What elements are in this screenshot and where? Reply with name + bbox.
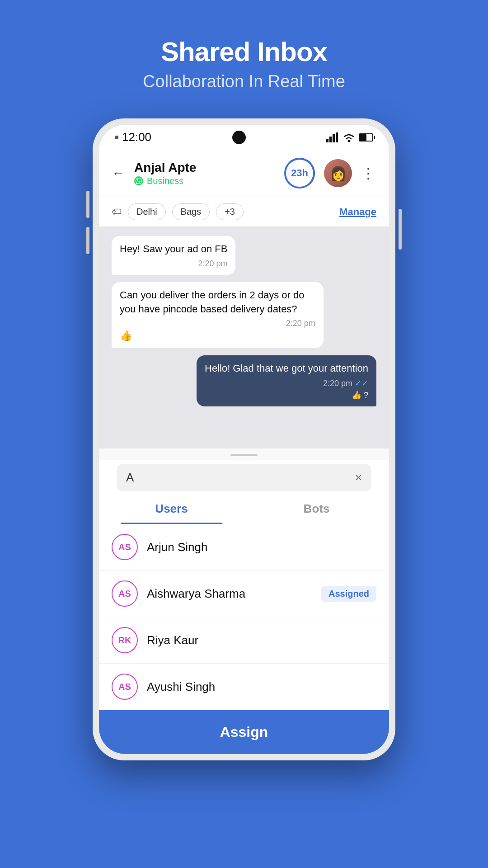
agent-avatar[interactable]: 👩 xyxy=(324,159,352,187)
power-btn xyxy=(399,209,402,250)
svg-rect-1 xyxy=(329,137,332,142)
tags-bar: 🏷 Delhi Bags +3 Manage xyxy=(99,197,389,227)
search-bar[interactable]: A × xyxy=(117,464,371,491)
contact-name: Anjal Apte xyxy=(134,160,275,175)
chat-messages: Hey! Saw your ad on FB 2:20 pm Can you d… xyxy=(99,227,389,448)
battery-icon xyxy=(359,133,373,142)
user-name-riya: Riya Kaur xyxy=(147,633,376,647)
sent-status: ✓✓ xyxy=(355,379,368,388)
more-options-button[interactable]: ⋮ xyxy=(361,165,376,182)
user-item-arjun[interactable]: AS Arjun Singh xyxy=(99,524,389,571)
user-avatar-riya: RK xyxy=(112,627,138,653)
user-name-ayushi: Ayushi Singh xyxy=(147,680,376,694)
message-3-text: Hello! Glad that we got your attention xyxy=(205,363,368,374)
manage-tags-link[interactable]: Manage xyxy=(339,206,376,218)
tag-more[interactable]: +3 xyxy=(216,203,244,220)
search-container: A × xyxy=(99,460,389,491)
status-time: 12:00 xyxy=(122,130,151,144)
assign-button[interactable]: Assign xyxy=(99,710,389,754)
message-2: Can you deliver the orders in 2 days or … xyxy=(112,282,324,349)
whatsapp-icon xyxy=(134,176,143,185)
message-3-time: 2:20 pm ✓✓ xyxy=(205,378,368,388)
search-clear-button[interactable]: × xyxy=(355,471,362,485)
tabs-bar: Users Bots xyxy=(99,494,389,524)
tag-icon: 🏷 xyxy=(112,206,122,218)
user-name-arjun: Arjun Singh xyxy=(147,540,376,554)
tag-bags[interactable]: Bags xyxy=(172,203,210,220)
svg-rect-2 xyxy=(333,134,335,142)
tab-users[interactable]: Users xyxy=(99,494,244,524)
user-list: AS Arjun Singh AS Aishwarya Sharma Assig… xyxy=(99,524,389,710)
user-name-aishwarya: Aishwarya Sharma xyxy=(147,587,321,601)
signal-icon xyxy=(326,132,339,142)
volume-down-btn xyxy=(86,227,89,254)
message-2-text: Can you deliver the orders in 2 days or … xyxy=(120,289,304,315)
phone-frame: 12:00 xyxy=(93,118,395,760)
message-2-reaction: 👍 xyxy=(120,330,315,342)
page-header: Shared Inbox Collaboration In Real Time xyxy=(143,0,345,91)
user-avatar-arjun: AS xyxy=(112,534,138,560)
handle-bar xyxy=(230,454,258,456)
user-avatar-aishwarya: AS xyxy=(112,580,138,607)
user-item-aishwarya[interactable]: AS Aishwarya Sharma Assigned xyxy=(99,571,389,617)
status-bar: 12:00 xyxy=(99,125,389,150)
svg-rect-3 xyxy=(336,132,338,142)
timer-value: 23h xyxy=(291,167,308,179)
status-camera xyxy=(232,131,246,144)
bottom-sheet: A × Users Bots AS Arjun Singh xyxy=(99,448,389,754)
message-2-time: 2:20 pm xyxy=(120,319,315,328)
volume-up-btn xyxy=(86,191,89,218)
tag-delhi[interactable]: Delhi xyxy=(128,203,166,220)
message-1-text: Hey! Saw your ad on FB xyxy=(120,243,227,255)
svg-point-4 xyxy=(347,140,350,142)
sheet-handle xyxy=(99,448,389,460)
assigned-badge: Assigned xyxy=(321,586,376,602)
message-1-time: 2:20 pm xyxy=(120,259,227,269)
tab-bots[interactable]: Bots xyxy=(244,494,389,524)
status-icons xyxy=(326,132,373,142)
svg-rect-0 xyxy=(326,139,328,142)
message-3-reaction: 👍 ? xyxy=(205,390,368,400)
source-label: Business xyxy=(147,176,183,186)
chat-source: Business xyxy=(134,176,275,186)
user-avatar-ayushi: AS xyxy=(112,674,138,700)
chat-header: ← Anjal Apte Business 23h xyxy=(99,150,389,197)
wifi-icon xyxy=(343,132,355,142)
page-title: Shared Inbox xyxy=(143,36,345,67)
chat-info: Anjal Apte Business xyxy=(134,160,275,186)
search-value: A xyxy=(126,471,355,485)
user-item-riya[interactable]: RK Riya Kaur xyxy=(99,617,389,664)
timer-badge: 23h xyxy=(284,158,315,189)
page-subtitle: Collaboration In Real Time xyxy=(143,72,345,91)
user-item-ayushi[interactable]: AS Ayushi Singh xyxy=(99,664,389,710)
message-3: Hello! Glad that we got your attention 2… xyxy=(197,355,376,406)
message-1: Hey! Saw your ad on FB 2:20 pm xyxy=(112,236,235,275)
back-button[interactable]: ← xyxy=(112,165,125,181)
